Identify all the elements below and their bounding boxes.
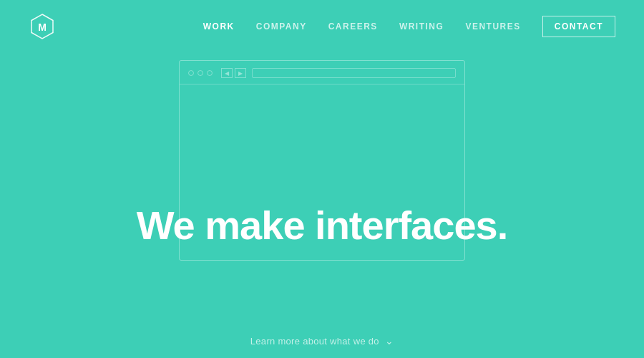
nav-item-ventures[interactable]: VENTURES — [465, 21, 520, 32]
hero-headline: We make interfaces. — [137, 202, 507, 248]
browser-url-bar — [252, 68, 456, 78]
browser-dot-3 — [207, 70, 213, 76]
logo[interactable]: M — [29, 13, 56, 40]
chevron-down-icon: ⌄ — [385, 335, 394, 347]
hero-cta[interactable]: Learn more about what we do ⌄ — [250, 335, 394, 347]
nav-item-company[interactable]: COMPANY — [256, 21, 307, 32]
hero-section: ◀ ▶ We make interfaces. Learn more about… — [0, 53, 644, 354]
browser-dot-1 — [188, 70, 194, 76]
hero-cta-label: Learn more about what we do — [250, 336, 379, 347]
nav-item-work[interactable]: WORK — [203, 21, 235, 32]
svg-text:M: M — [38, 21, 47, 33]
nav-item-careers[interactable]: CAREERS — [328, 21, 378, 32]
browser-forward-arrow: ▶ — [235, 68, 246, 78]
browser-arrows: ◀ ▶ — [221, 68, 246, 78]
browser-toolbar: ◀ ▶ — [180, 61, 464, 84]
nav-contact-button[interactable]: CONTACT — [542, 16, 615, 37]
browser-dots — [188, 70, 213, 76]
browser-dot-2 — [197, 70, 203, 76]
main-nav: WORK COMPANY CAREERS WRITING VENTURES CO… — [203, 16, 615, 37]
logo-icon: M — [29, 13, 56, 40]
nav-item-writing[interactable]: WRITING — [399, 21, 444, 32]
header: M WORK COMPANY CAREERS WRITING VENTURES … — [0, 0, 644, 53]
browser-back-arrow: ◀ — [221, 68, 233, 78]
